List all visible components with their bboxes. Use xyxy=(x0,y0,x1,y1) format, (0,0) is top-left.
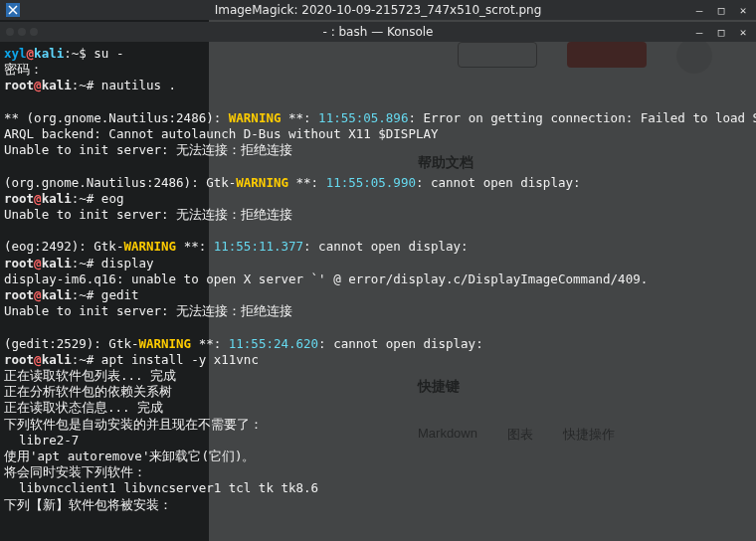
terminal-line: libre2-7 xyxy=(4,433,752,449)
terminal-line xyxy=(4,94,752,110)
terminal-line: 使用'apt autoremove'来卸载它(它们)。 xyxy=(4,449,752,464)
konsole-close-button[interactable]: ✕ xyxy=(736,26,750,39)
terminal-line: 正在读取状态信息... 完成 xyxy=(4,400,752,416)
konsole-titlebar: - : bash — Konsole — □ ✕ xyxy=(0,22,756,42)
terminal-line: root@kali:~# apt install -y x11vnc xyxy=(4,352,752,368)
terminal-line: root@kali:~# display xyxy=(4,256,752,271)
konsole-dot-icon xyxy=(18,28,26,36)
outer-maximize-button[interactable]: □ xyxy=(714,4,728,17)
terminal-line: 密码： xyxy=(4,62,752,78)
konsole-title: - : bash — Konsole xyxy=(323,25,434,39)
terminal-line: xyl@kali:~$ su - xyxy=(4,46,752,62)
konsole-maximize-button[interactable]: □ xyxy=(714,26,728,39)
terminal-line: (org.gnome.Nautilus:2486): Gtk-WARNING *… xyxy=(4,175,752,191)
terminal-line: root@kali:~# eog xyxy=(4,191,752,207)
konsole-dot-icon xyxy=(6,28,14,36)
terminal-line: display-im6.q16: unable to open X server… xyxy=(4,271,752,287)
terminal-line: ARQL backend: Cannot autolaunch D-Bus wi… xyxy=(4,126,752,142)
terminal-line: Unable to init server: 无法连接：拒绝连接 xyxy=(4,303,752,319)
outer-close-button[interactable]: ✕ xyxy=(736,4,750,17)
konsole-minimize-button[interactable]: — xyxy=(692,26,706,39)
terminal-line: root@kali:~# gedit xyxy=(4,287,752,303)
terminal-line: 下列软件包是自动安装的并且现在不需要了： xyxy=(4,417,752,433)
terminal-output[interactable]: xyl@kali:~$ su -密码：root@kali:~# nautilus… xyxy=(4,46,752,541)
terminal-line: Unable to init server: 无法连接：拒绝连接 xyxy=(4,142,752,158)
terminal-line: 正在读取软件包列表... 完成 xyxy=(4,368,752,384)
terminal-line: (eog:2492): Gtk-WARNING **: 11:55:11.377… xyxy=(4,239,752,255)
terminal-line: libvncclient1 libvncserver1 tcl tk tk8.6 xyxy=(4,480,752,496)
terminal-line xyxy=(4,319,752,335)
outer-window-left xyxy=(6,3,20,17)
terminal-line: 将会同时安装下列软件： xyxy=(4,464,752,480)
imagemagick-icon xyxy=(6,3,20,17)
outer-window-titlebar: ImageMagick: 2020-10-09-215723_747x510_s… xyxy=(0,0,756,20)
terminal-line: 下列【新】软件包将被安装： xyxy=(4,497,752,513)
konsole-dot-icon xyxy=(30,28,38,36)
outer-window-title: ImageMagick: 2020-10-09-215723_747x510_s… xyxy=(215,3,542,17)
terminal-line: root@kali:~# nautilus . xyxy=(4,78,752,93)
terminal-line: 正在分析软件包的依赖关系树 xyxy=(4,384,752,400)
outer-minimize-button[interactable]: — xyxy=(692,4,706,17)
terminal-line xyxy=(4,158,752,174)
terminal-line xyxy=(4,223,752,239)
terminal-line: Unable to init server: 无法连接：拒绝连接 xyxy=(4,207,752,223)
terminal-line: (gedit:2529): Gtk-WARNING **: 11:55:24.6… xyxy=(4,336,752,352)
konsole-left-dots xyxy=(6,28,38,36)
terminal-line: ** (org.gnome.Nautilus:2486): WARNING **… xyxy=(4,110,752,126)
